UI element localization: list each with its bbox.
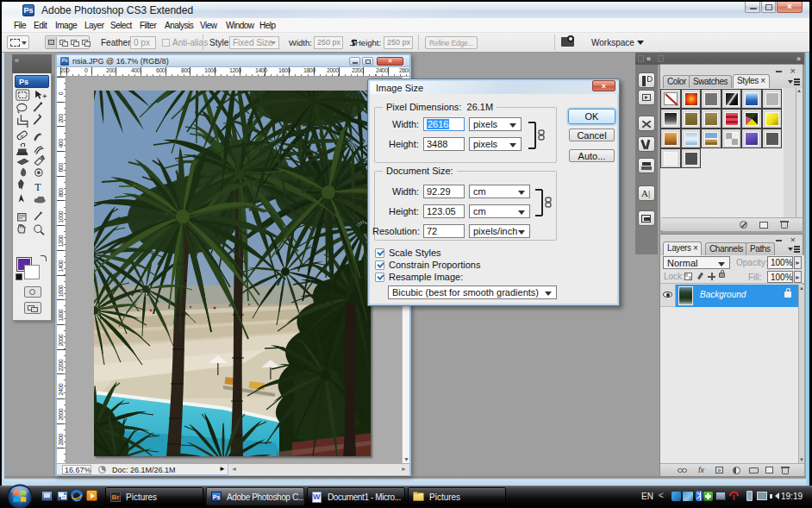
svg-text:T: T [34, 181, 41, 193]
